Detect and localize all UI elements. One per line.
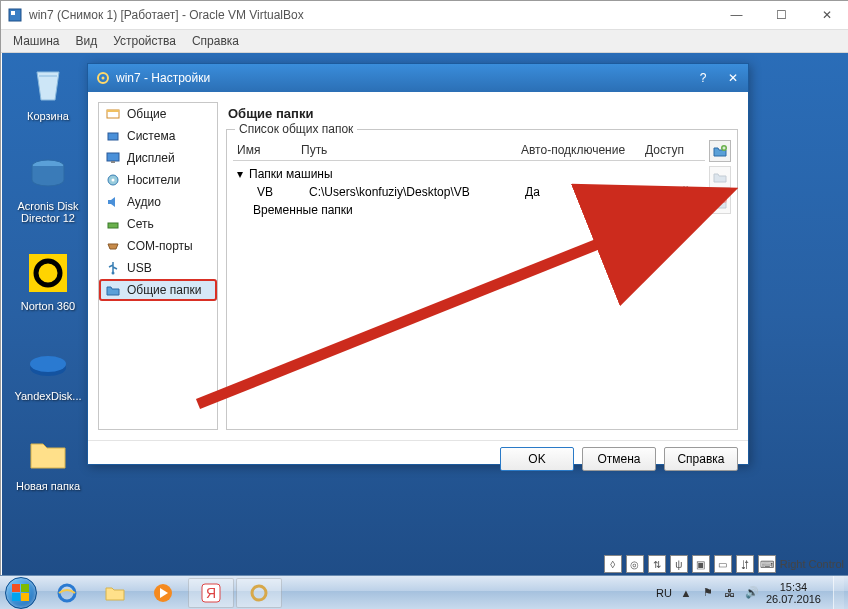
status-shared-icon[interactable]: ▣: [692, 555, 710, 573]
close-button[interactable]: ✕: [804, 1, 848, 29]
category-audio[interactable]: Аудио: [99, 191, 217, 213]
status-hdd-icon[interactable]: ◊: [604, 555, 622, 573]
vbox-icon: [7, 7, 23, 23]
category-serial[interactable]: COM-порты: [99, 235, 217, 257]
tray-date: 26.07.2016: [766, 593, 821, 605]
tray-lang[interactable]: RU: [656, 587, 672, 599]
settings-titlebar: win7 - Настройки ? ✕: [88, 64, 748, 92]
taskbar-yandex[interactable]: Я: [188, 578, 234, 608]
category-network[interactable]: Сеть: [99, 213, 217, 235]
host-key-label: Right Control: [780, 558, 844, 570]
svg-point-8: [102, 77, 105, 80]
shared-folders-table[interactable]: Имя Путь Авто-подключение Доступ ▾ Папки…: [233, 140, 705, 423]
menu-devices[interactable]: Устройства: [113, 34, 176, 48]
edit-folder-button[interactable]: [709, 166, 731, 188]
col-path[interactable]: Путь: [297, 143, 517, 157]
col-auto[interactable]: Авто-подключение: [517, 143, 641, 157]
svg-rect-10: [107, 110, 119, 112]
taskbar-vbox-settings[interactable]: [236, 578, 282, 608]
svg-rect-22: [21, 584, 29, 592]
folder-auto: Да: [525, 185, 645, 199]
menubar: Машина Вид Устройства Справка: [1, 30, 848, 53]
category-general[interactable]: Общие: [99, 103, 217, 125]
svg-rect-1: [11, 11, 15, 15]
add-folder-button[interactable]: [709, 140, 731, 162]
settings-dialog: win7 - Настройки ? ✕ Общие Система Диспл…: [87, 63, 749, 465]
taskbar-media[interactable]: [140, 578, 186, 608]
recycle-bin-label: Корзина: [8, 110, 88, 122]
recycle-bin-icon[interactable]: Корзина: [8, 59, 88, 122]
show-desktop-button[interactable]: [833, 576, 844, 609]
svg-point-29: [252, 586, 266, 600]
svg-text:Я: Я: [206, 585, 216, 601]
folder-access: Полный: [645, 185, 705, 199]
category-system[interactable]: Система: [99, 125, 217, 147]
group-transient-folders[interactable]: Временные папки: [233, 201, 705, 219]
group-machine-folders[interactable]: ▾ Папки машины: [233, 165, 705, 183]
settings-close-button[interactable]: ✕: [718, 64, 748, 92]
category-shared-folders[interactable]: Общие папки: [99, 279, 217, 301]
help-button[interactable]: Справка: [664, 447, 738, 471]
yandexdisk-label: YandexDisk...: [8, 390, 88, 402]
tray-time: 15:34: [766, 581, 821, 593]
main-titlebar: win7 (Снимок 1) [Работает] - Oracle VM V…: [1, 1, 848, 30]
category-usb[interactable]: USB: [99, 257, 217, 279]
main-title: win7 (Снимок 1) [Работает] - Oracle VM V…: [29, 8, 304, 22]
svg-point-17: [112, 272, 115, 275]
svg-rect-23: [12, 593, 20, 601]
settings-help-button[interactable]: ?: [688, 64, 718, 92]
category-display[interactable]: Дисплей: [99, 147, 217, 169]
svg-rect-16: [108, 223, 118, 228]
norton-icon[interactable]: Norton 360: [8, 249, 88, 312]
folder-list-label: Список общих папок: [235, 122, 357, 136]
tray-clock[interactable]: 15:34 26.07.2016: [766, 581, 827, 605]
svg-point-25: [59, 585, 75, 601]
svg-rect-13: [111, 161, 115, 163]
tray-flag-icon[interactable]: ▲: [678, 585, 694, 601]
maximize-button[interactable]: ☐: [759, 1, 804, 29]
acronis-icon[interactable]: Acronis Disk Director 12: [8, 149, 88, 224]
status-display-icon[interactable]: ▭: [714, 555, 732, 573]
svg-rect-21: [12, 584, 20, 592]
norton-label: Norton 360: [8, 300, 88, 312]
col-access[interactable]: Доступ: [641, 143, 705, 157]
yandexdisk-icon[interactable]: YandexDisk...: [8, 339, 88, 402]
menu-machine[interactable]: Машина: [13, 34, 59, 48]
category-list[interactable]: Общие Система Дисплей Носители Аудио Сет…: [98, 102, 218, 430]
svg-rect-24: [21, 593, 29, 601]
ok-button[interactable]: OK: [500, 447, 574, 471]
acronis-label: Acronis Disk Director 12: [8, 200, 88, 224]
taskbar-ie[interactable]: [44, 578, 90, 608]
svg-rect-11: [108, 133, 118, 140]
menu-help[interactable]: Справка: [192, 34, 239, 48]
tray-volume-icon[interactable]: 🔊: [744, 585, 760, 601]
taskbar[interactable]: Я RU ▲ ⚑ 🖧 🔊 15:34 26.07.2016: [0, 575, 848, 609]
new-folder-label: Новая папка: [8, 480, 88, 492]
status-cd-icon[interactable]: ◎: [626, 555, 644, 573]
tray-action-center-icon[interactable]: ⚑: [700, 585, 716, 601]
status-keyboard-icon[interactable]: ⌨: [758, 555, 776, 573]
category-storage[interactable]: Носители: [99, 169, 217, 191]
new-folder-icon[interactable]: Новая папка: [8, 429, 88, 492]
status-usb-icon[interactable]: ψ: [670, 555, 688, 573]
svg-point-15: [112, 179, 115, 182]
table-row[interactable]: VB C:\Users\konfuziy\Desktop\VB Да Полны…: [233, 183, 705, 201]
start-button[interactable]: [0, 576, 42, 609]
tray-network-icon[interactable]: 🖧: [722, 585, 738, 601]
settings-title: win7 - Настройки: [116, 71, 210, 85]
svg-rect-12: [107, 153, 119, 161]
status-net-icon[interactable]: ⇅: [648, 555, 666, 573]
menu-view[interactable]: Вид: [75, 34, 97, 48]
vbox-statusbar: ◊ ◎ ⇅ ψ ▣ ▭ ⮃ ⌨ Right Control: [604, 551, 844, 577]
folder-name: VB: [257, 185, 309, 199]
guest-desktop: Корзина Acronis Disk Director 12 Norton …: [2, 53, 848, 577]
table-header: Имя Путь Авто-подключение Доступ: [233, 140, 705, 161]
taskbar-explorer[interactable]: [92, 578, 138, 608]
gear-icon: [96, 71, 110, 85]
minimize-button[interactable]: —: [714, 1, 759, 29]
cancel-button[interactable]: Отмена: [582, 447, 656, 471]
remove-folder-button[interactable]: [709, 192, 731, 214]
svg-point-6: [30, 356, 66, 372]
col-name[interactable]: Имя: [233, 143, 297, 157]
status-mouse-icon[interactable]: ⮃: [736, 555, 754, 573]
